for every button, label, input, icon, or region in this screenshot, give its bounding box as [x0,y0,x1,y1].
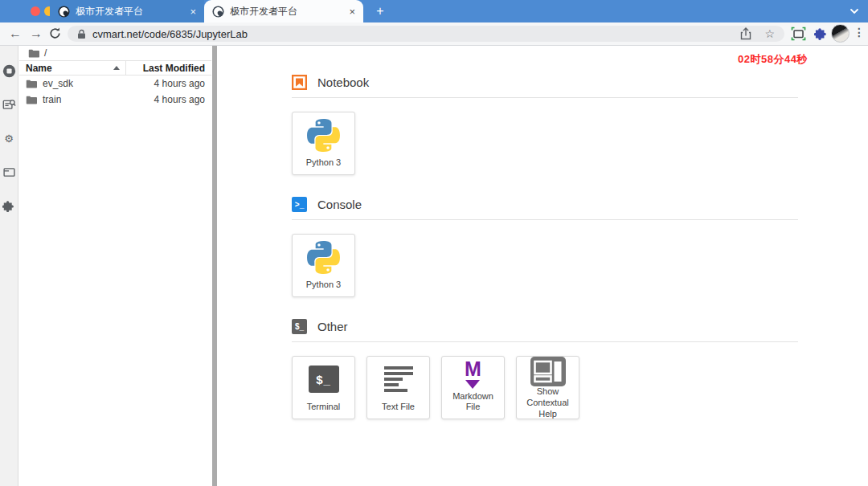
notebook-icon [292,75,307,90]
bookmark-star-icon[interactable]: ☆ [764,27,775,40]
browser-toolbar: ← → cvmart.net/code/6835/JupyterLab ☆ ⋮ [0,22,868,46]
tab-title: 极市开发者平台 [230,5,343,18]
running-sessions-icon[interactable] [2,64,16,78]
back-icon[interactable]: ← [6,25,24,43]
section-console: >_ Console Python 3 [292,196,798,297]
sort-ascending-icon [113,66,120,70]
site-favicon [58,6,70,18]
launcher-card-terminal[interactable]: $_ Terminal [292,356,355,419]
jupyterlab-page: ⚙ / Name Last Modified [0,46,868,486]
terminal-icon: $_ [292,319,307,334]
card-label: Show Contextual Help [517,386,579,425]
section-divider [292,219,798,220]
reload-icon[interactable] [48,27,62,40]
open-tabs-icon[interactable] [2,165,16,179]
url-text[interactable]: cvmart.net/code/6835/JupyterLab [92,28,248,40]
session-countdown-timer: 02时58分44秒 [738,52,808,67]
text-file-icon [384,366,413,392]
property-inspector-icon[interactable] [2,98,16,112]
breadcrumb-root[interactable]: / [44,47,47,59]
launcher-panel: 02时58分44秒 Notebook [218,46,868,486]
file-list-header: Name Last Modified [19,60,211,76]
file-row-train[interactable]: train 4 hours ago [19,92,211,108]
file-row-ev-sdk[interactable]: ev_sdk 4 hours ago [19,76,211,92]
lock-icon [77,29,86,39]
card-label: Terminal [305,402,343,419]
section-other: $_ Other $_ Terminal [292,318,798,419]
python-logo-icon [307,119,340,152]
python-logo-icon [307,241,340,274]
panel-resize-handle[interactable] [212,46,217,486]
launcher-card-text-file[interactable]: Text File [366,356,430,419]
terminal-icon: $_ [309,366,339,393]
column-header-name[interactable]: Name [19,61,126,75]
section-title: Notebook [317,76,369,89]
section-divider [292,97,798,98]
section-divider [292,341,798,342]
file-browser-panel: / Name Last Modified ev_sdk 4 hours ago … [19,46,211,486]
column-header-modified[interactable]: Last Modified [126,61,211,75]
file-modified: 4 hours ago [154,94,205,105]
extension-manager-puzzle-icon[interactable] [2,199,16,213]
new-tab-button[interactable]: + [371,2,389,20]
section-title: Other [317,320,348,333]
card-label: Python 3 [304,157,343,174]
console-icon: >_ [292,197,307,212]
site-favicon [212,6,224,18]
share-icon[interactable] [740,27,751,40]
chevron-down-icon[interactable] [849,6,860,17]
screen-capture-extension-icon[interactable] [791,27,806,41]
breadcrumb[interactable]: / [19,46,211,60]
file-name: train [43,94,61,105]
profile-avatar[interactable] [831,24,850,43]
extensions-puzzle-icon[interactable] [814,27,828,41]
card-label: Markdown File [442,391,504,419]
browser-tab-2-active[interactable]: 极市开发者平台 × [204,0,363,22]
folder-icon [26,95,37,104]
section-notebook: Notebook Python 3 [292,74,798,175]
card-label: Python 3 [304,280,343,296]
launcher-card-notebook-python3[interactable]: Python 3 [292,112,355,175]
contextual-help-icon [530,357,566,386]
markdown-icon: M [465,359,481,389]
tab-close-icon[interactable]: × [190,6,196,17]
section-title: Console [317,198,362,211]
forward-icon[interactable]: → [27,25,45,43]
launcher-card-console-python3[interactable]: Python 3 [292,234,355,297]
folder-icon [26,79,37,88]
file-name: ev_sdk [43,78,73,89]
tab-close-icon[interactable]: × [349,6,355,17]
launcher-card-contextual-help[interactable]: Show Contextual Help [516,356,579,419]
browser-menu-icon[interactable]: ⋮ [854,26,865,39]
jupyterlab-left-tabbar: ⚙ [0,46,18,486]
browser-tab-1[interactable]: 极市开发者平台 × [50,0,204,22]
url-bar[interactable]: cvmart.net/code/6835/JupyterLab ☆ [68,26,784,42]
card-label: Text File [379,402,417,419]
settings-gears-icon[interactable]: ⚙ [2,132,16,145]
launcher-card-markdown-file[interactable]: M Markdown File [441,356,505,419]
folder-icon [28,48,39,58]
window-close-button[interactable] [31,6,40,16]
tab-title: 极市开发者平台 [76,5,184,18]
browser-tab-strip: 极市开发者平台 × 极市开发者平台 × + [0,0,868,22]
file-modified: 4 hours ago [154,78,205,89]
